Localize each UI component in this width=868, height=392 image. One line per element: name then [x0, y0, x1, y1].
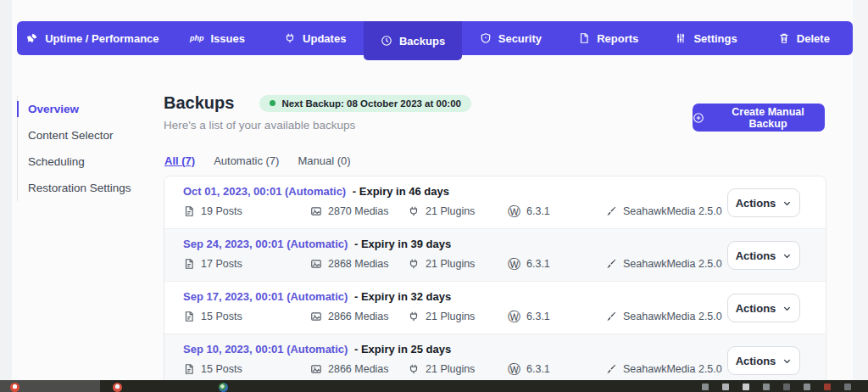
medias-stat: 2866 Medias [310, 311, 389, 322]
plugin-icon [408, 205, 420, 217]
report-document-icon [578, 32, 590, 44]
posts-count: 19 Posts [201, 205, 242, 217]
sidebar-item-overview[interactable]: Overview [28, 96, 144, 122]
theme-name: SeahawkMedia 2.5.0 [623, 311, 722, 322]
medias-count: 2870 Medias [328, 205, 389, 217]
backup-date-link[interactable]: Oct 01, 2023, 00:01 (Automatic) [183, 185, 346, 198]
backup-date-link[interactable]: Sep 10, 2023, 00:01 (Automatic) [183, 343, 348, 356]
plugins-count: 21 Plugins [426, 258, 475, 270]
tab-issues[interactable]: php Issues [169, 21, 266, 55]
tab-updates[interactable]: Updates [266, 21, 364, 55]
tab-uptime-performance[interactable]: Uptime / Performance [17, 21, 169, 55]
actions-label: Actions [736, 197, 776, 210]
tray-icon[interactable] [702, 384, 709, 390]
tab-label: Issues [210, 32, 244, 45]
backup-date-line: Oct 01, 2023, 00:01 (Automatic) - Expiry… [183, 185, 449, 198]
plugins-count: 21 Plugins [426, 205, 475, 217]
posts-stat: 15 Posts [183, 363, 242, 375]
theme-stat: SeahawkMedia 2.5.0 [605, 311, 722, 322]
backup-row: Sep 10, 2023, 00:01 (Automatic) - Expiry… [164, 334, 826, 387]
tray-icon[interactable] [844, 384, 851, 390]
theme-stat: SeahawkMedia 2.5.0 [605, 363, 722, 375]
backup-clock-icon [381, 35, 392, 47]
chrome-icon[interactable] [113, 383, 122, 392]
theme-name: SeahawkMedia 2.5.0 [623, 258, 722, 270]
plugins-stat: 21 Plugins [408, 363, 475, 375]
backup-row: Oct 01, 2023, 00:01 (Automatic) - Expiry… [164, 176, 826, 229]
image-icon [310, 363, 322, 375]
backup-date-link[interactable]: Sep 24, 2023, 00:01 (Automatic) [183, 238, 348, 250]
backup-row: Sep 24, 2023, 00:01 (Automatic) - Expiry… [164, 229, 826, 282]
theme-stat: SeahawkMedia 2.5.0 [605, 205, 722, 217]
actions-button[interactable]: Actions [727, 241, 800, 270]
create-manual-backup-button[interactable]: Create Manual Backup [693, 104, 825, 132]
tab-label: Settings [693, 32, 737, 45]
next-backup-badge: Next Backup: 08 October 2023 at 00:00 [259, 95, 471, 112]
tab-settings[interactable]: Settings [657, 21, 754, 55]
tab-security[interactable]: Security [462, 21, 559, 55]
backup-expiry: - Expiry in 39 days [354, 238, 451, 250]
tray-icon[interactable] [743, 384, 749, 390]
chrome-icon[interactable] [10, 383, 19, 392]
os-taskbar [0, 380, 868, 392]
tab-label: Updates [303, 32, 346, 45]
actions-button[interactable]: Actions [727, 346, 800, 375]
medias-stat: 2868 Medias [310, 258, 389, 270]
actions-button[interactable]: Actions [727, 188, 800, 217]
actions-button[interactable]: Actions [727, 294, 800, 322]
globe-app-icon[interactable] [219, 383, 228, 392]
php-icon: php [190, 34, 204, 42]
tray-icon[interactable] [763, 384, 770, 390]
tab-label: Backups [399, 35, 445, 48]
actions-label: Actions [736, 249, 776, 262]
chevron-down-icon [782, 251, 792, 260]
post-file-icon [183, 205, 195, 217]
image-icon [310, 205, 322, 217]
trash-icon [778, 32, 790, 44]
tab-delete[interactable]: Delete [755, 21, 853, 55]
medias-stat: 2866 Medias [310, 363, 389, 375]
wp-version: 6.3.1 [526, 205, 550, 217]
tray-icon[interactable] [722, 384, 729, 390]
backup-date-link[interactable]: Sep 17, 2023, 00:01 (Automatic) [183, 290, 348, 303]
image-icon [310, 311, 322, 322]
page-subtitle: Here's a list of your available backups [164, 119, 471, 132]
wordpress-icon: Ⓦ [508, 311, 520, 322]
tab-label: Uptime / Performance [45, 32, 159, 45]
tray-icon[interactable] [783, 384, 790, 390]
theme-brush-icon [605, 311, 617, 322]
sidebar-item-content-selector[interactable]: Content Selector [28, 122, 144, 148]
tray-icon[interactable] [824, 384, 831, 390]
sliders-icon [675, 32, 687, 44]
filter-automatic[interactable]: Automatic (7) [214, 154, 279, 167]
plugins-stat: 21 Plugins [408, 311, 475, 322]
tab-backups[interactable]: Backups [364, 21, 461, 60]
theme-brush-icon [605, 205, 617, 217]
chevron-down-icon [782, 199, 792, 208]
wordpress-version-stat: Ⓦ 6.3.1 [508, 311, 550, 322]
plugin-icon [284, 32, 296, 44]
filter-all[interactable]: All (7) [164, 154, 195, 167]
post-file-icon [183, 258, 195, 270]
tray-icon[interactable] [804, 384, 810, 390]
filter-manual[interactable]: Manual (0) [298, 154, 350, 167]
backups-header: Backups Next Backup: 08 October 2023 at … [164, 93, 471, 132]
wordpress-version-stat: Ⓦ 6.3.1 [508, 363, 550, 375]
backup-expiry: - Expiry in 32 days [354, 290, 451, 303]
sidebar-item-scheduling[interactable]: Scheduling [28, 148, 144, 175]
plugins-count: 21 Plugins [426, 311, 475, 322]
posts-stat: 17 Posts [183, 258, 242, 270]
chevron-down-icon [782, 356, 792, 366]
create-button-label: Create Manual Backup [711, 106, 825, 130]
window-left-edge [0, 0, 12, 380]
tab-reports[interactable]: Reports [559, 21, 657, 55]
backup-row: Sep 17, 2023, 00:01 (Automatic) - Expiry… [164, 282, 826, 334]
plugin-icon [408, 258, 420, 270]
theme-brush-icon [605, 258, 617, 270]
actions-label: Actions [736, 302, 776, 315]
sidebar-item-restoration-settings[interactable]: Restoration Settings [28, 175, 144, 201]
posts-count: 15 Posts [201, 363, 242, 375]
theme-stat: SeahawkMedia 2.5.0 [605, 258, 722, 270]
tab-label: Security [498, 32, 542, 45]
medias-count: 2868 Medias [328, 258, 389, 270]
